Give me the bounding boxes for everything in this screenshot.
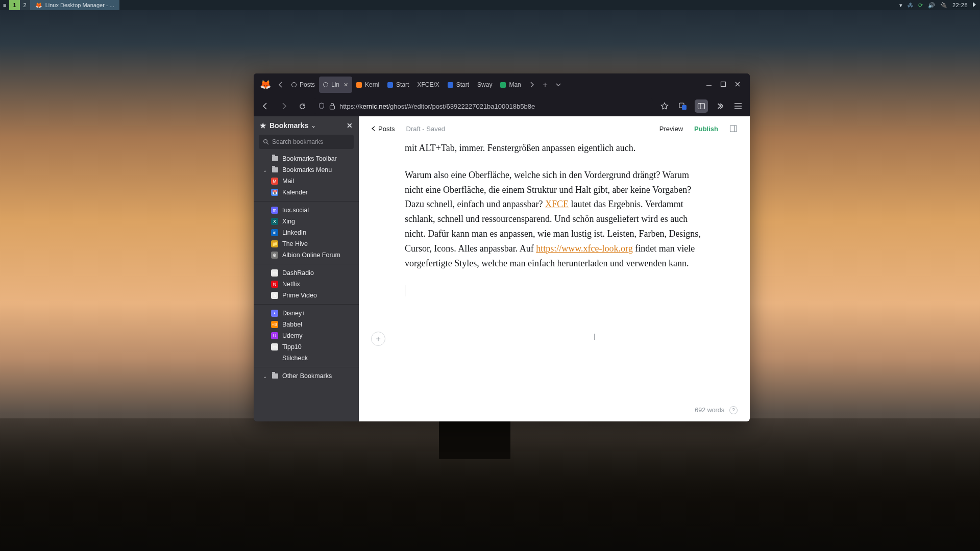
bookmark-item[interactable]: ▭DashRadio xyxy=(254,267,359,279)
workspace-1[interactable]: 1 xyxy=(9,0,19,10)
svg-rect-4 xyxy=(698,104,705,109)
panel-collapse-icon[interactable] xyxy=(973,2,976,8)
bookmark-item[interactable]: 📁The Hive xyxy=(254,238,359,249)
bookmarks-search[interactable]: Search bookmarks xyxy=(259,135,354,149)
svg-rect-3 xyxy=(682,105,687,110)
bookmarks-tree: Bookmarks Toolbar⌄Bookmarks MenuMMail📅Ka… xyxy=(254,153,359,421)
draft-status: Draft - Saved xyxy=(406,125,446,133)
bookmark-item[interactable]: 📅Kalender xyxy=(254,187,359,198)
close-tab-icon[interactable]: ✕ xyxy=(344,82,348,88)
tab-strip: 🦊 PostsLin✕KerniStartXFCE/XStartSwayMan … xyxy=(254,73,750,96)
window-minimize[interactable] xyxy=(706,81,713,88)
favicon xyxy=(271,355,278,362)
update-icon[interactable]: ⟳ xyxy=(918,2,923,9)
firefox-icon: 🦊 xyxy=(35,2,42,9)
publish-button[interactable]: Publish xyxy=(694,125,718,133)
all-tabs-button[interactable] xyxy=(552,78,565,91)
favicon: ▭ xyxy=(271,343,278,350)
overflow-icon[interactable] xyxy=(713,99,726,113)
bookmarks-title: Bookmarks xyxy=(270,121,308,130)
bookmark-item[interactable]: UUdemy xyxy=(254,330,359,341)
workspace-2[interactable]: 2 xyxy=(20,0,30,10)
folder-icon xyxy=(272,373,278,379)
bookmark-item[interactable]: NNetflix xyxy=(254,279,359,290)
favicon: 📅 xyxy=(271,189,278,196)
add-card-button[interactable]: ＋ xyxy=(371,332,385,346)
favicon: N xyxy=(271,281,278,288)
bookmark-item[interactable]: inLinkedIn xyxy=(254,227,359,238)
volume-icon[interactable]: 🔊 xyxy=(928,2,935,9)
editor-body[interactable]: mit ALT+Tab, immer. Fenstergrößen anpass… xyxy=(359,141,750,421)
browser-tab[interactable]: Start xyxy=(444,77,473,93)
star-icon: ★ xyxy=(260,121,266,130)
app-menu-icon[interactable] xyxy=(731,99,745,113)
link-xfce-look[interactable]: https://www.xfce-look.org xyxy=(536,243,632,254)
power-icon[interactable]: 🔌 xyxy=(940,2,947,9)
word-count: 692 words xyxy=(695,407,724,414)
firefox-window: 🦊 PostsLin✕KerniStartXFCE/XStartSwayMan … xyxy=(254,73,750,421)
firefox-home-icon[interactable]: 🦊 xyxy=(257,79,274,90)
browser-tab[interactable]: XFCE/X xyxy=(413,77,443,93)
lock-icon xyxy=(329,103,335,110)
bluetooth-icon[interactable]: ⁂ xyxy=(908,2,913,9)
browser-tab[interactable]: Man xyxy=(496,77,525,93)
svg-rect-1 xyxy=(330,106,335,109)
chevron-down-icon[interactable]: ⌄ xyxy=(311,123,315,129)
favicon: m xyxy=(271,207,278,214)
close-sidebar-icon[interactable]: ✕ xyxy=(347,121,353,130)
bookmark-item[interactable]: ▭Tipp10 xyxy=(254,341,359,353)
link-xfce[interactable]: XFCE xyxy=(545,199,569,209)
menu-icon[interactable]: ≡ xyxy=(0,0,9,10)
preview-button[interactable]: Preview xyxy=(659,125,683,133)
bookmark-item[interactable]: XXing xyxy=(254,216,359,227)
browser-tab[interactable]: Lin✕ xyxy=(319,77,352,93)
bookmark-item[interactable]: Stilcheck xyxy=(254,353,359,364)
posts-back[interactable]: Posts xyxy=(371,125,395,133)
favicon: • xyxy=(271,310,278,317)
window-maximize[interactable] xyxy=(720,81,727,88)
translate-icon[interactable] xyxy=(676,99,690,113)
bookmarks-folder[interactable]: ⌄Other Bookmarks xyxy=(254,370,359,382)
favicon: ▭ xyxy=(271,269,278,277)
new-tab-button[interactable]: ＋ xyxy=(538,78,552,91)
browser-tab[interactable]: Start xyxy=(383,77,413,93)
svg-point-5 xyxy=(264,140,267,143)
svg-rect-6 xyxy=(730,126,737,132)
nav-forward[interactable] xyxy=(277,99,290,113)
bookmark-star-icon[interactable] xyxy=(658,99,671,113)
window-close[interactable] xyxy=(734,81,742,88)
browser-tab[interactable]: Posts xyxy=(287,77,319,93)
editor-footer: 692 words ? xyxy=(695,406,738,414)
bookmarks-folder[interactable]: ⌄Bookmarks Menu xyxy=(254,164,359,176)
sidebar-toggle-icon[interactable] xyxy=(695,99,708,113)
browser-tab[interactable]: Sway xyxy=(473,77,496,93)
settings-panel-icon[interactable] xyxy=(729,124,738,133)
clock[interactable]: 22:28 xyxy=(952,2,968,8)
editor-topbar: Posts Draft - Saved Preview Publish xyxy=(359,116,750,141)
bookmark-item[interactable]: ⊕Albion Online Forum xyxy=(254,249,359,261)
favicon: X xyxy=(271,218,278,225)
shield-icon xyxy=(318,103,325,110)
taskbar-item-firefox[interactable]: 🦊 Linux Desktop Manager - ... xyxy=(30,0,119,10)
bookmark-item[interactable]: aPrime Video xyxy=(254,290,359,301)
paragraph: mit ALT+Tab, immer. Fenstergrößen anpass… xyxy=(405,141,704,156)
help-icon[interactable]: ? xyxy=(729,406,738,414)
favicon: in xyxy=(271,229,278,236)
bookmarks-sidebar: ★ Bookmarks ⌄ ✕ Search bookmarks Bookmar… xyxy=(254,116,359,421)
search-icon xyxy=(263,139,269,145)
paragraph: Warum also eine Oberfläche, welche sich … xyxy=(405,168,704,271)
url-bar[interactable]: https://kernic.net/ghost/#/editor/post/6… xyxy=(314,98,653,114)
network-icon[interactable]: ▾ xyxy=(899,2,902,9)
browser-tab[interactable]: Kerni xyxy=(352,77,383,93)
bookmark-item[interactable]: MMail xyxy=(254,176,359,187)
nav-back[interactable] xyxy=(259,99,272,113)
bookmark-item[interactable]: •Disney+ xyxy=(254,308,359,319)
text-cursor-icon: I xyxy=(594,333,596,342)
bookmark-item[interactable]: +BBabbel xyxy=(254,319,359,330)
nav-bar: https://kernic.net/ghost/#/editor/post/6… xyxy=(254,96,750,116)
tabs-scroll-right[interactable] xyxy=(525,78,538,91)
tabs-scroll-left[interactable] xyxy=(274,78,287,91)
bookmark-item[interactable]: mtux.social xyxy=(254,205,359,216)
bookmarks-folder[interactable]: Bookmarks Toolbar xyxy=(254,153,359,164)
nav-reload[interactable] xyxy=(296,99,309,113)
